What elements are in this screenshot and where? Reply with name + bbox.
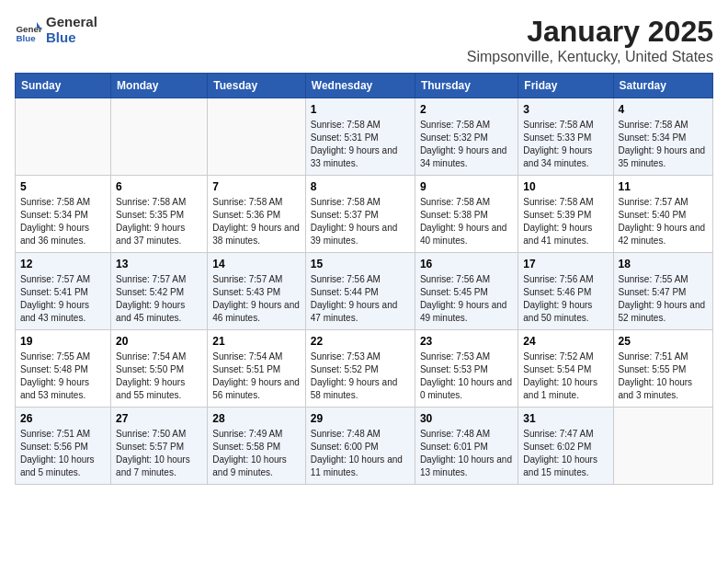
day-info: Sunrise: 7:58 AMSunset: 5:37 PMDaylight:…: [311, 196, 410, 247]
calendar-cell: [111, 98, 208, 176]
day-number: 27: [116, 412, 202, 425]
day-number: 19: [20, 335, 106, 348]
calendar-cell: 26 Sunrise: 7:51 AMSunset: 5:56 PMDaylig…: [16, 408, 111, 485]
day-number: 25: [619, 335, 709, 348]
day-info: Sunrise: 7:57 AMSunset: 5:40 PMDaylight:…: [619, 196, 709, 247]
day-info: Sunrise: 7:58 AMSunset: 5:35 PMDaylight:…: [116, 196, 202, 247]
day-info: Sunrise: 7:58 AMSunset: 5:33 PMDaylight:…: [523, 119, 608, 170]
day-info: Sunrise: 7:58 AMSunset: 5:32 PMDaylight:…: [420, 119, 513, 170]
calendar-cell: 18 Sunrise: 7:55 AMSunset: 5:47 PMDaylig…: [613, 253, 713, 330]
day-number: 9: [420, 180, 513, 193]
day-info: Sunrise: 7:57 AMSunset: 5:42 PMDaylight:…: [116, 273, 202, 325]
weekday-header-monday: Monday: [111, 74, 208, 98]
day-info: Sunrise: 7:57 AMSunset: 5:41 PMDaylight:…: [20, 273, 106, 325]
calendar-cell: 11 Sunrise: 7:57 AMSunset: 5:40 PMDaylig…: [613, 176, 713, 253]
calendar-week-row: 12 Sunrise: 7:57 AMSunset: 5:41 PMDaylig…: [16, 253, 713, 330]
calendar-cell: 14 Sunrise: 7:57 AMSunset: 5:43 PMDaylig…: [208, 253, 306, 330]
calendar-subtitle: Simpsonville, Kentucky, United States: [467, 49, 713, 65]
day-info: Sunrise: 7:53 AMSunset: 5:53 PMDaylight:…: [420, 350, 513, 402]
logo-blue: Blue: [46, 30, 97, 46]
day-info: Sunrise: 7:49 AMSunset: 5:58 PMDaylight:…: [212, 428, 301, 479]
calendar-cell: 12 Sunrise: 7:57 AMSunset: 5:41 PMDaylig…: [16, 253, 111, 330]
day-info: Sunrise: 7:56 AMSunset: 5:45 PMDaylight:…: [420, 273, 513, 325]
weekday-header-thursday: Thursday: [415, 74, 518, 98]
day-number: 17: [523, 258, 608, 270]
calendar-cell: 5 Sunrise: 7:58 AMSunset: 5:34 PMDayligh…: [16, 176, 111, 253]
calendar-cell: 6 Sunrise: 7:58 AMSunset: 5:35 PMDayligh…: [111, 176, 208, 253]
calendar-cell: 25 Sunrise: 7:51 AMSunset: 5:55 PMDaylig…: [613, 330, 713, 408]
day-info: Sunrise: 7:55 AMSunset: 5:47 PMDaylight:…: [619, 273, 709, 325]
weekday-header-saturday: Saturday: [613, 74, 713, 98]
day-info: Sunrise: 7:48 AMSunset: 6:01 PMDaylight:…: [420, 428, 513, 479]
day-number: 28: [212, 412, 301, 425]
day-info: Sunrise: 7:48 AMSunset: 6:00 PMDaylight:…: [311, 428, 410, 479]
day-number: 26: [20, 412, 106, 425]
calendar-week-row: 1 Sunrise: 7:58 AMSunset: 5:31 PMDayligh…: [16, 98, 713, 176]
day-number: 5: [20, 180, 106, 193]
calendar-cell: 20 Sunrise: 7:54 AMSunset: 5:50 PMDaylig…: [111, 330, 208, 408]
day-info: Sunrise: 7:56 AMSunset: 5:46 PMDaylight:…: [523, 273, 608, 325]
day-number: 3: [523, 103, 608, 116]
day-number: 2: [420, 103, 513, 116]
calendar-cell: 27 Sunrise: 7:50 AMSunset: 5:57 PMDaylig…: [111, 408, 208, 485]
day-number: 7: [212, 180, 301, 193]
day-info: Sunrise: 7:51 AMSunset: 5:55 PMDaylight:…: [619, 350, 709, 402]
day-info: Sunrise: 7:57 AMSunset: 5:43 PMDaylight:…: [212, 273, 301, 325]
day-info: Sunrise: 7:53 AMSunset: 5:52 PMDaylight:…: [311, 350, 410, 402]
calendar-cell: 4 Sunrise: 7:58 AMSunset: 5:34 PMDayligh…: [613, 98, 713, 176]
day-info: Sunrise: 7:58 AMSunset: 5:38 PMDaylight:…: [420, 196, 513, 247]
day-info: Sunrise: 7:58 AMSunset: 5:31 PMDaylight:…: [311, 119, 410, 170]
svg-text:Blue: Blue: [17, 33, 37, 43]
day-number: 6: [116, 180, 202, 193]
day-number: 11: [619, 180, 709, 193]
day-number: 23: [420, 335, 513, 348]
day-info: Sunrise: 7:54 AMSunset: 5:51 PMDaylight:…: [212, 350, 301, 402]
calendar-cell: 3 Sunrise: 7:58 AMSunset: 5:33 PMDayligh…: [518, 98, 613, 176]
calendar-cell: 13 Sunrise: 7:57 AMSunset: 5:42 PMDaylig…: [111, 253, 208, 330]
calendar-cell: [16, 98, 111, 176]
calendar-cell: 31 Sunrise: 7:47 AMSunset: 6:02 PMDaylig…: [518, 408, 613, 485]
day-number: 10: [523, 180, 608, 193]
calendar-cell: 17 Sunrise: 7:56 AMSunset: 5:46 PMDaylig…: [518, 253, 613, 330]
calendar-cell: 9 Sunrise: 7:58 AMSunset: 5:38 PMDayligh…: [415, 176, 518, 253]
weekday-header-row: SundayMondayTuesdayWednesdayThursdayFrid…: [16, 74, 713, 98]
day-number: 14: [212, 258, 301, 270]
day-number: 18: [619, 258, 709, 270]
calendar-cell: 1 Sunrise: 7:58 AMSunset: 5:31 PMDayligh…: [305, 98, 415, 176]
weekday-header-wednesday: Wednesday: [305, 74, 415, 98]
day-info: Sunrise: 7:58 AMSunset: 5:34 PMDaylight:…: [619, 119, 709, 170]
calendar-cell: 2 Sunrise: 7:58 AMSunset: 5:32 PMDayligh…: [415, 98, 518, 176]
weekday-header-tuesday: Tuesday: [208, 74, 306, 98]
logo-icon: General Blue: [15, 17, 42, 44]
logo-general: General: [46, 15, 97, 30]
day-info: Sunrise: 7:47 AMSunset: 6:02 PMDaylight:…: [523, 428, 608, 479]
calendar-cell: 23 Sunrise: 7:53 AMSunset: 5:53 PMDaylig…: [415, 330, 518, 408]
calendar-table: SundayMondayTuesdayWednesdayThursdayFrid…: [15, 73, 713, 485]
day-number: 29: [311, 412, 410, 425]
calendar-cell: 24 Sunrise: 7:52 AMSunset: 5:54 PMDaylig…: [518, 330, 613, 408]
weekday-header-friday: Friday: [518, 74, 613, 98]
calendar-cell: [208, 98, 306, 176]
calendar-week-row: 5 Sunrise: 7:58 AMSunset: 5:34 PMDayligh…: [16, 176, 713, 253]
day-number: 22: [311, 335, 410, 348]
day-number: 8: [311, 180, 410, 193]
day-number: 16: [420, 258, 513, 270]
calendar-cell: 15 Sunrise: 7:56 AMSunset: 5:44 PMDaylig…: [305, 253, 415, 330]
day-number: 31: [523, 412, 608, 425]
calendar-cell: 7 Sunrise: 7:58 AMSunset: 5:36 PMDayligh…: [208, 176, 306, 253]
day-info: Sunrise: 7:55 AMSunset: 5:48 PMDaylight:…: [20, 350, 106, 402]
day-number: 1: [311, 103, 410, 116]
day-info: Sunrise: 7:56 AMSunset: 5:44 PMDaylight:…: [311, 273, 410, 325]
page-header: General Blue General Blue January 2025 S…: [15, 15, 713, 65]
calendar-cell: 16 Sunrise: 7:56 AMSunset: 5:45 PMDaylig…: [415, 253, 518, 330]
calendar-week-row: 19 Sunrise: 7:55 AMSunset: 5:48 PMDaylig…: [16, 330, 713, 408]
calendar-title: January 2025: [467, 15, 713, 49]
day-info: Sunrise: 7:52 AMSunset: 5:54 PMDaylight:…: [523, 350, 608, 402]
day-number: 20: [116, 335, 202, 348]
day-number: 21: [212, 335, 301, 348]
day-info: Sunrise: 7:54 AMSunset: 5:50 PMDaylight:…: [116, 350, 202, 402]
title-block: January 2025 Simpsonville, Kentucky, Uni…: [467, 15, 713, 65]
day-number: 30: [420, 412, 513, 425]
day-number: 24: [523, 335, 608, 348]
calendar-cell: 29 Sunrise: 7:48 AMSunset: 6:00 PMDaylig…: [305, 408, 415, 485]
